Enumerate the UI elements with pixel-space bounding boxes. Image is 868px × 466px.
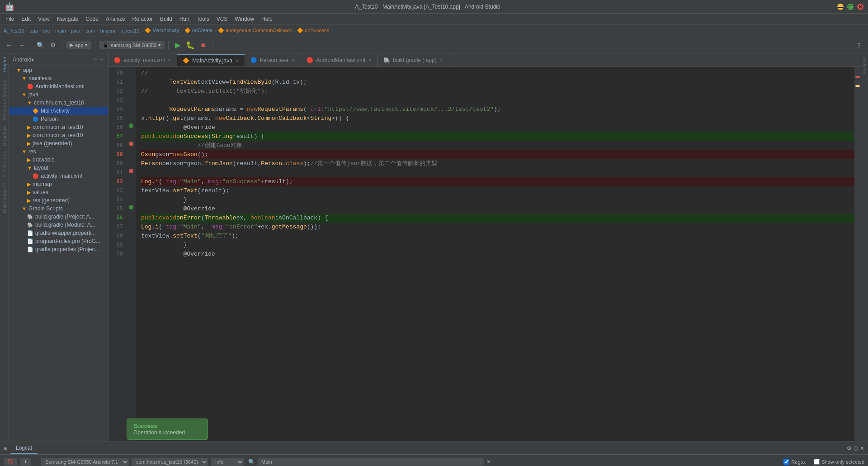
- tree-person[interactable]: 🔵Person: [9, 115, 108, 123]
- tree-mainactivity[interactable]: 🔶MainActivity: [9, 107, 108, 115]
- menu-run[interactable]: Run: [176, 15, 193, 23]
- breadcrumb-callback[interactable]: 🔶 anonymous CommonCallback: [218, 28, 292, 33]
- tree-proguard[interactable]: 📄proguard-rules.pro (ProG...: [9, 237, 108, 245]
- tab-build-gradle[interactable]: 🐘 build.gradle (:app) ✕: [378, 54, 449, 67]
- structure-tab[interactable]: Structure: [2, 126, 7, 146]
- regex-checkbox-label[interactable]: Regex: [783, 459, 806, 465]
- breakpoint-red-62[interactable]: [129, 169, 133, 173]
- logcat-tab[interactable]: Logcat: [10, 443, 38, 454]
- code-editor[interactable]: 50 51 52 53 54 55 56 57 58 59 60 61 62 6…: [108, 67, 861, 441]
- device-dropdown[interactable]: Samsung SM-G9550 Android 7.1: [41, 458, 129, 466]
- tree-com-hnucm3[interactable]: ▶com.hnucm.a_test10: [9, 131, 108, 139]
- breadcrumb-main[interactable]: main: [55, 28, 66, 33]
- show-selected-label[interactable]: Show only selected: [814, 459, 864, 465]
- tree-manifests[interactable]: ▼manifests: [9, 74, 108, 82]
- tab-mainactivity-java[interactable]: 🔶 MainActivity.java ✕: [177, 54, 245, 67]
- tree-values[interactable]: ▶values: [9, 188, 108, 196]
- menu-vcs[interactable]: VCS: [213, 15, 231, 23]
- breadcrumb-src[interactable]: src: [43, 28, 50, 33]
- resource-manager-tab[interactable]: Resource Manager: [2, 78, 7, 120]
- forward-button[interactable]: →: [16, 40, 27, 51]
- tree-build-gradle-proj[interactable]: 🐘build.gradle (Project: A...: [9, 213, 108, 221]
- stop-button[interactable]: ■: [198, 40, 208, 51]
- breadcrumb-java[interactable]: java: [71, 28, 80, 33]
- regex-checkbox[interactable]: [783, 459, 789, 465]
- breadcrumb-project[interactable]: A_Test10: [4, 28, 24, 33]
- tab-close-icon[interactable]: ✕: [167, 57, 171, 63]
- help-icon[interactable]: ?: [854, 40, 864, 51]
- project-tab[interactable]: Project: [2, 57, 7, 72]
- menu-window[interactable]: Window: [231, 15, 258, 23]
- tree-res[interactable]: ▼res: [9, 147, 108, 156]
- package-dropdown[interactable]: com.hnucm.a_test10 (3640): [132, 458, 208, 466]
- breakpoint-green-57[interactable]: [129, 124, 133, 128]
- tab-close-icon-5[interactable]: ✕: [439, 57, 443, 63]
- minimize-button[interactable]: —: [837, 4, 844, 10]
- show-selected-checkbox[interactable]: [814, 459, 820, 465]
- settings-icon[interactable]: ⚙: [47, 40, 58, 51]
- tree-layout[interactable]: ▼layout: [9, 164, 108, 172]
- tree-build-gradle-mod[interactable]: 🐘build.gradle (Module: A...: [9, 221, 108, 229]
- search-icon[interactable]: 🔍: [35, 40, 46, 51]
- tree-drawable[interactable]: ▶drawable: [9, 156, 108, 164]
- breadcrumb-a_test10[interactable]: a_test10: [120, 28, 139, 33]
- tree-activity-xml[interactable]: 🔴activity_main.xml: [9, 172, 108, 180]
- run-config-selector[interactable]: ▶ app ▾: [66, 41, 91, 49]
- tab-close-icon-2[interactable]: ✕: [235, 58, 239, 64]
- explorer-tab[interactable]: Explorer: [861, 53, 868, 77]
- tab-androidmanifest-xml[interactable]: 🔴 AndroidManifest.xml ✕: [301, 54, 378, 67]
- breadcrumb-oncreate[interactable]: 🔶 onCreate: [184, 28, 212, 33]
- tab-person-java[interactable]: 🔵 Person.java ✕: [245, 54, 301, 67]
- breakpoint-red-59[interactable]: [129, 142, 133, 146]
- tree-res-gen[interactable]: ▶res (generated): [9, 196, 108, 204]
- breadcrumb-mainactivity[interactable]: 🔶 MainActivity: [145, 28, 179, 33]
- menu-navigate[interactable]: Navigate: [53, 15, 82, 23]
- tree-gradle-props[interactable]: 📄gradle.properties (Projec...: [9, 245, 108, 253]
- run-button[interactable]: ▶: [172, 40, 183, 51]
- favorites-tab[interactable]: 2: Favorites: [2, 151, 7, 177]
- logcat-settings-icon[interactable]: ⚙: [847, 445, 852, 452]
- tree-gradle-wrapper[interactable]: 📄gradle-wrapper.properti...: [9, 229, 108, 237]
- tab-close-icon-3[interactable]: ✕: [291, 57, 295, 63]
- logcat-close-icon[interactable]: ✕: [860, 445, 864, 452]
- back-button[interactable]: ←: [4, 40, 14, 51]
- build-variants-tab[interactable]: Build Variants: [2, 183, 7, 213]
- breadcrumb-app[interactable]: app: [30, 28, 38, 33]
- tree-java-gen[interactable]: ▶java (generated): [9, 139, 108, 147]
- search-clear-button[interactable]: ✕: [486, 459, 491, 465]
- breadcrumb-onsuccess[interactable]: 🔶 onSuccess: [297, 28, 329, 33]
- maximize-button[interactable]: □: [847, 4, 854, 10]
- menu-edit[interactable]: Edit: [18, 15, 34, 23]
- tree-gradle-scripts[interactable]: ▼Gradle Scripts: [9, 204, 108, 213]
- tree-com-hnucm2[interactable]: ▶com.hnucm.a_test10: [9, 123, 108, 131]
- tree-app[interactable]: ▼app: [9, 66, 108, 74]
- scroll-end-button[interactable]: ⬇: [20, 458, 31, 466]
- editor-scrollbar[interactable]: [854, 67, 861, 441]
- clear-logcat-button[interactable]: 🚫: [4, 458, 17, 466]
- menu-help[interactable]: Help: [258, 15, 276, 23]
- tree-com-hnucm[interactable]: ▼com.hnucm.a_test10: [9, 99, 108, 107]
- breadcrumb-hnucm[interactable]: hnucm: [100, 28, 115, 33]
- logcat-expand-icon[interactable]: ⬡: [854, 445, 858, 452]
- tree-java[interactable]: ▼java: [9, 90, 108, 99]
- menu-build[interactable]: Build: [156, 15, 176, 23]
- menu-tools[interactable]: Tools: [193, 15, 213, 23]
- device-selector[interactable]: 📱 samsung SM-G9550 ▾: [99, 41, 165, 49]
- tab-close-icon-4[interactable]: ✕: [368, 57, 372, 63]
- breakpoint-green-66[interactable]: [129, 205, 133, 209]
- logcat-search-input[interactable]: [258, 458, 484, 466]
- menu-analyze[interactable]: Analyze: [102, 15, 129, 23]
- app-icon[interactable]: 🤖: [5, 2, 14, 12]
- debug-button[interactable]: 🐛: [185, 40, 196, 51]
- level-dropdown[interactable]: Info Verbose Debug Warn Error: [211, 458, 244, 466]
- tree-androidmanifest[interactable]: 🔴AndroidManifest.xml: [9, 82, 108, 90]
- menu-file[interactable]: File: [2, 15, 18, 23]
- tree-mipmap[interactable]: ▶mipmap: [9, 180, 108, 188]
- tab-activity-main-xml[interactable]: 🔴 activity_main.xml ✕: [108, 54, 177, 67]
- menu-code[interactable]: Code: [82, 15, 102, 23]
- settings-sidebar-icon[interactable]: ⚙: [99, 57, 104, 63]
- sync-icon[interactable]: ⟳: [93, 57, 98, 63]
- menu-view[interactable]: View: [34, 15, 53, 23]
- code-content[interactable]: // TextView textView=findViewById(R.id.t…: [136, 67, 854, 441]
- breadcrumb-com[interactable]: com: [85, 28, 95, 33]
